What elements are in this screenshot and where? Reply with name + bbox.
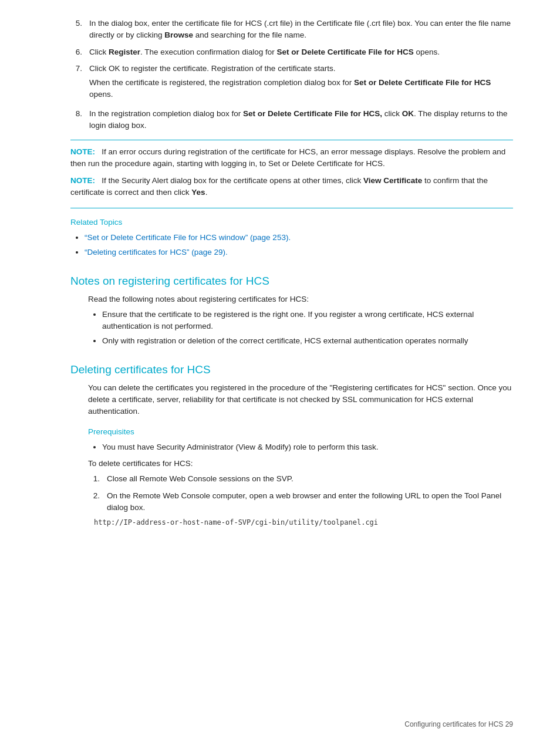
related-topics-section: Related Topics “Set or Delete Certificat… xyxy=(70,217,513,258)
code-block: http://IP-address-or-host-name-of-SVP/cg… xyxy=(88,518,513,527)
prerequisites-heading: Prerequisites xyxy=(88,426,513,438)
section-notes-intro: Read the following notes about registeri… xyxy=(88,293,513,305)
delete-step-1-content: Close all Remote Web Console sessions on… xyxy=(107,473,513,485)
step-7-sub: When the certificate is registered, the … xyxy=(89,77,513,101)
step-8-num: 8. xyxy=(70,108,82,132)
step-5-content: In the dialog box, enter the certificate… xyxy=(89,18,513,42)
related-topic-2: “Deleting certificates for HCS” (page 29… xyxy=(85,247,513,258)
step-6-num: 6. xyxy=(70,46,82,58)
related-topic-1: “Set or Delete Certificate File for HCS … xyxy=(85,232,513,244)
delete-step-1-text: Close all Remote Web Console sessions on… xyxy=(107,474,294,483)
delete-steps-list: 1. Close all Remote Web Console sessions… xyxy=(88,473,513,514)
step-5: 5. In the dialog box, enter the certific… xyxy=(70,18,513,42)
step-6-text: Click Register. The execution confirmati… xyxy=(89,48,440,56)
section-deleting-heading: Deleting certificates for HCS xyxy=(70,363,513,376)
step-5-num: 5. xyxy=(70,18,82,42)
note-1-text: If an error occurs during registration o… xyxy=(70,147,505,168)
code-text: http://IP-address-or-host-name-of-SVP/cg… xyxy=(94,518,378,526)
section-deleting-body: You can delete the certificates you regi… xyxy=(70,382,513,527)
footer-text: Configuring certificates for HCS 29 xyxy=(404,720,513,728)
page-footer: Configuring certificates for HCS 29 xyxy=(404,720,513,728)
note-1-label: NOTE: xyxy=(70,147,95,156)
steps-list: 5. In the dialog box, enter the certific… xyxy=(70,18,513,131)
related-topics-list: “Set or Delete Certificate File for HCS … xyxy=(70,232,513,258)
step-7-main: Click OK to register the certificate. Re… xyxy=(89,63,513,75)
note-2-label: NOTE: xyxy=(70,176,95,185)
step-7-num: 7. xyxy=(70,63,82,103)
delete-steps-intro: To delete certificates for HCS: xyxy=(88,458,513,470)
step-6-content: Click Register. The execution confirmati… xyxy=(89,46,513,58)
step-8: 8. In the registration completion dialog… xyxy=(70,108,513,132)
delete-step-2-text: On the Remote Web Console computer, open… xyxy=(107,491,501,512)
delete-step-2: 2. On the Remote Web Console computer, o… xyxy=(88,490,513,514)
section-deleting-intro: You can delete the certificates you regi… xyxy=(88,382,513,418)
step-5-text: In the dialog box, enter the certificate… xyxy=(89,19,511,39)
related-topic-1-link[interactable]: “Set or Delete Certificate File for HCS … xyxy=(85,233,291,242)
delete-step-1-num: 1. xyxy=(88,473,100,485)
delete-step-1: 1. Close all Remote Web Console sessions… xyxy=(88,473,513,485)
step-8-content: In the registration completion dialog bo… xyxy=(89,108,513,132)
delete-step-2-num: 2. xyxy=(88,490,100,514)
prerequisites-item-1: You must have Security Administrator (Vi… xyxy=(102,441,513,453)
related-topic-2-link[interactable]: “Deleting certificates for HCS” (page 29… xyxy=(85,248,228,256)
related-topics-heading: Related Topics xyxy=(70,217,513,228)
section-notes-list: Ensure that the certificate to be regist… xyxy=(88,309,513,347)
prerequisites-list: You must have Security Administrator (Vi… xyxy=(88,441,513,453)
step-7: 7. Click OK to register the certificate.… xyxy=(70,63,513,103)
step-6: 6. Click Register. The execution confirm… xyxy=(70,46,513,58)
step-8-text: In the registration completion dialog bo… xyxy=(89,109,508,130)
section-notes-heading: Notes on registering certificates for HC… xyxy=(70,275,513,288)
notes-block: NOTE: If an error occurs during registra… xyxy=(70,140,513,208)
section-notes-item-2: Only with registration or deletion of th… xyxy=(102,335,513,347)
note-1: NOTE: If an error occurs during registra… xyxy=(70,146,513,170)
note-2-text: If the Security Alert dialog box for the… xyxy=(70,176,488,197)
delete-step-2-content: On the Remote Web Console computer, open… xyxy=(107,490,513,514)
section-notes-body: Read the following notes about registeri… xyxy=(70,293,513,347)
step-7-content: Click OK to register the certificate. Re… xyxy=(89,63,513,103)
note-2: NOTE: If the Security Alert dialog box f… xyxy=(70,175,513,199)
section-notes-item-1: Ensure that the certificate to be regist… xyxy=(102,309,513,333)
